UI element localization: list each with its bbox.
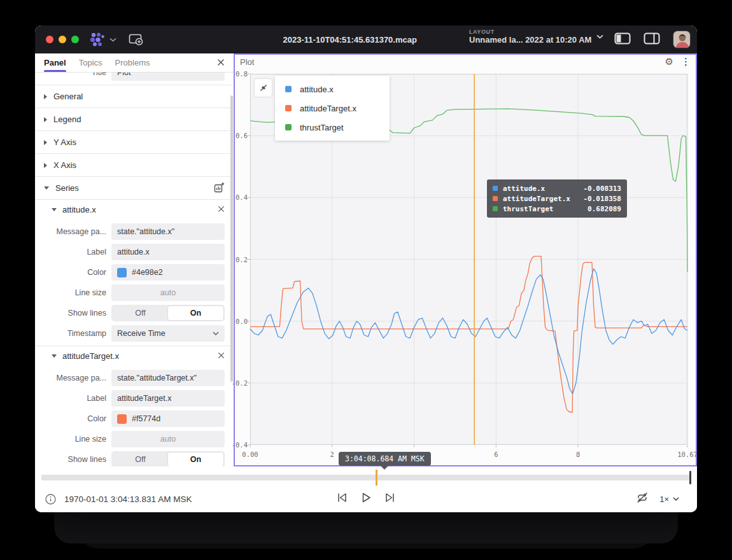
remove-series-icon[interactable]: [218, 205, 225, 214]
layout-label: LAYOUT: [469, 29, 591, 35]
tab-topics[interactable]: Topics: [79, 53, 102, 72]
message-path-row: Message pa... state."attitudeTarget.x": [35, 370, 234, 386]
section-series[interactable]: Series: [35, 176, 234, 199]
panel-settings-gear-icon[interactable]: ⚙: [665, 56, 673, 67]
x-axis-tick-label: 8: [564, 451, 592, 458]
plot-panel[interactable]: Plot ⚙ ⋮ 0.80.60.40.20.0-0.2-0.4 0.00246…: [234, 53, 697, 466]
label-input[interactable]: attitudeTarget.x: [111, 390, 225, 407]
show-lines-off-button[interactable]: Off: [113, 452, 168, 466]
foxglove-logo-icon[interactable]: [88, 32, 107, 47]
title-field-input[interactable]: Plot: [111, 73, 225, 81]
layout-menu[interactable]: LAYOUT Unnamed la... 2022 at 10:20 AM: [469, 29, 603, 45]
maximize-window-button[interactable]: [71, 36, 79, 43]
section-general[interactable]: General: [35, 85, 234, 108]
show-lines-off-button[interactable]: Off: [113, 306, 168, 320]
chevron-right-icon: [44, 163, 47, 168]
data-source-title[interactable]: 2023-11-10T04:51:45.631370.mcap: [283, 35, 417, 45]
series-group-attitude-x: attitude.x Message pa... state."attitude…: [35, 199, 234, 342]
toggle-right-sidebar-icon[interactable]: [644, 32, 660, 47]
add-panel-icon[interactable]: [128, 33, 143, 46]
line-size-row: Line size auto: [35, 431, 234, 447]
tooltip-color-swatch: [493, 206, 498, 211]
tooltip-color-swatch: [493, 186, 498, 191]
color-row: Color #f5774d: [35, 410, 234, 427]
loop-playback-off-icon[interactable]: [636, 492, 649, 506]
series-group-attitude-target-x: attitudeTarget.x Message pa... state."at…: [35, 346, 234, 466]
playback-controls: 1970-01-01 3:04:13.831 AM MSK: [35, 486, 697, 512]
legend-label: attitudeTarget.x: [300, 104, 356, 113]
chart-value-tooltip: attitude.x-0.008313attitudeTarget.x-0.01…: [487, 179, 627, 218]
chevron-down-icon: [213, 332, 219, 335]
tooltip-series-value: -0.008313: [583, 185, 621, 193]
show-lines-toggle: Off On: [111, 305, 225, 321]
chevron-down-icon: [52, 354, 57, 358]
message-path-input[interactable]: state."attitude.x": [111, 223, 225, 240]
legend-item[interactable]: attitude.x: [275, 80, 390, 99]
scrubber-hover-marker: [376, 470, 377, 486]
tooltip-series-value: 0.682089: [588, 205, 621, 213]
remove-series-icon[interactable]: [218, 351, 225, 361]
play-button[interactable]: [360, 492, 372, 506]
user-avatar[interactable]: [673, 31, 691, 48]
timestamp-row: Timestamp Receive Time: [35, 325, 234, 342]
line-size-input[interactable]: auto: [111, 284, 225, 301]
x-axis-tick-label: 10.67: [673, 451, 701, 458]
app-window: 2023-11-10T04:51:45.631370.mcap LAYOUT U…: [35, 25, 697, 512]
color-swatch[interactable]: [117, 268, 127, 277]
seek-forward-button[interactable]: [384, 492, 396, 506]
legend-item[interactable]: attitudeTarget.x: [275, 99, 390, 118]
message-path-input[interactable]: state."attitudeTarget.x": [111, 370, 225, 386]
timeline-scrubber[interactable]: [41, 475, 691, 480]
tooltip-series-label: attitude.x: [503, 185, 578, 193]
label-input[interactable]: attitude.x: [111, 244, 225, 260]
tab-problems[interactable]: Problems: [115, 53, 150, 72]
y-axis-tick-label: 0.4: [229, 193, 248, 201]
tooltip-series-value: -0.018358: [583, 195, 621, 203]
playhead-marker[interactable]: [689, 471, 691, 484]
section-x-axis[interactable]: X Axis: [35, 153, 234, 176]
close-window-button[interactable]: [46, 36, 53, 43]
line-size-input[interactable]: auto: [111, 431, 225, 447]
tab-panel[interactable]: Panel: [44, 53, 66, 72]
chevron-right-icon: [44, 94, 47, 99]
series-group-header[interactable]: attitude.x: [35, 199, 234, 220]
label-row: Label attitude.x: [35, 244, 234, 260]
sidebar-tabs: Panel Topics Problems: [35, 53, 234, 73]
main-area: Plot ⚙ ⋮ 0.80.60.40.20.0-0.2-0.4 0.00246…: [234, 53, 697, 466]
add-series-icon[interactable]: [214, 182, 225, 195]
playback-bar: 3:04:08.684 AM MSK 1970-01-01 3:04:13.83…: [35, 466, 697, 512]
info-icon[interactable]: [45, 494, 56, 505]
series-group-header[interactable]: attitudeTarget.x: [35, 346, 234, 366]
show-lines-on-button[interactable]: On: [168, 452, 223, 466]
show-lines-row: Show lines Off On: [35, 305, 234, 321]
chevron-right-icon: [44, 117, 47, 122]
color-input[interactable]: #4e98e2: [111, 264, 225, 281]
collapse-arrows-icon: [258, 83, 269, 93]
show-lines-on-button[interactable]: On: [168, 306, 223, 320]
close-sidebar-icon[interactable]: [217, 57, 225, 69]
toggle-left-sidebar-icon[interactable]: [614, 32, 631, 47]
chevron-down-icon: [44, 186, 49, 190]
playback-speed-menu[interactable]: 1×: [659, 494, 679, 504]
plot-legend: attitude.xattitudeTarget.xthrustTarget: [275, 76, 390, 141]
color-swatch[interactable]: [117, 414, 127, 424]
tooltip-row: attitudeTarget.x-0.018358: [493, 193, 621, 204]
series-line-attitudeTarget.x: [250, 256, 687, 412]
data-source-chevron-down-icon[interactable]: [109, 38, 116, 42]
legend-item[interactable]: thrustTarget: [275, 118, 390, 137]
seek-backward-button[interactable]: [336, 492, 348, 506]
minimize-window-button[interactable]: [59, 36, 66, 43]
line-size-row: Line size auto: [35, 284, 234, 301]
legend-color-swatch: [285, 105, 292, 111]
chevron-down-icon: [52, 208, 57, 211]
timestamp-select[interactable]: Receive Time: [111, 325, 225, 342]
legend-color-swatch: [285, 86, 292, 92]
collapse-legend-button[interactable]: [254, 78, 272, 97]
message-path-row: Message pa... state."attitude.x": [35, 223, 234, 240]
panel-menu-kebab-icon[interactable]: ⋮: [681, 56, 691, 67]
color-input[interactable]: #f5774d: [111, 410, 225, 427]
titlebar: 2023-11-10T04:51:45.631370.mcap LAYOUT U…: [35, 25, 697, 53]
section-y-axis[interactable]: Y Axis: [35, 130, 234, 153]
chevron-right-icon: [44, 140, 47, 145]
section-legend[interactable]: Legend: [35, 108, 234, 130]
